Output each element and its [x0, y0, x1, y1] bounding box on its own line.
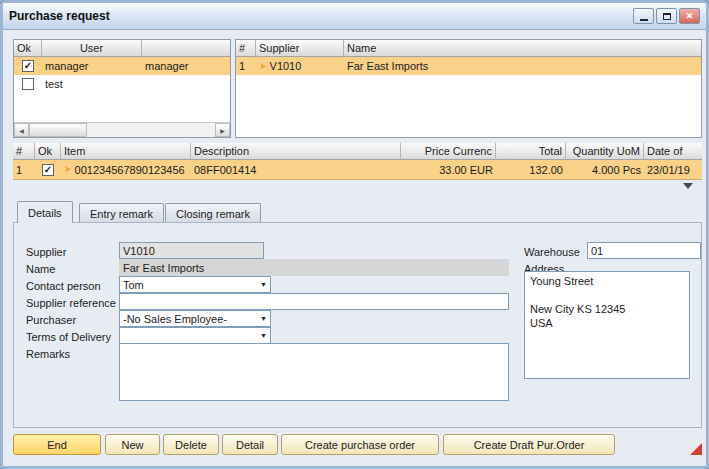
tab-closing-remark[interactable]: Closing remark — [165, 203, 261, 223]
item-description: 08FF001414 — [191, 160, 401, 179]
purchaser-label: Purchaser — [26, 312, 76, 328]
users-panel: Ok User manager manager test ◀ ▶ — [13, 39, 231, 138]
scroll-right-icon[interactable]: ▶ — [215, 123, 230, 137]
minimize-button[interactable] — [633, 8, 654, 24]
terms-of-delivery-select[interactable]: ▼ — [119, 327, 271, 344]
users-col-blank — [142, 40, 230, 57]
end-button[interactable]: End — [13, 434, 101, 455]
user-value — [142, 75, 230, 93]
suppliers-col-num[interactable]: # — [236, 40, 256, 57]
contact-person-label: Contact person — [26, 278, 101, 294]
create-purchase-order-button[interactable]: Create purchase order — [281, 434, 439, 455]
supplier-row-num: 1 — [236, 57, 256, 75]
link-arrow-icon[interactable]: ➤ — [259, 62, 267, 71]
items-col-quantity[interactable]: Quantity UoM — [566, 143, 644, 160]
supplier-row[interactable]: 1 ➤ V1010 Far East Imports — [236, 57, 701, 75]
resize-corner-icon[interactable] — [690, 443, 702, 455]
window-title: Purchase request — [9, 9, 110, 23]
item-row[interactable]: 1 ➤ 001234567890123456 08FF001414 33.00 … — [13, 160, 702, 180]
item-ok-checkbox[interactable] — [42, 164, 54, 176]
warehouse-input[interactable] — [587, 242, 701, 259]
suppliers-table-header: # Supplier Name — [236, 40, 701, 57]
supplier-code: V1010 — [270, 60, 302, 72]
purchase-request-window: Purchase request ✕ Ok User manager manag… — [0, 0, 709, 469]
supplier-label: Supplier — [26, 244, 66, 260]
item-total: 132.00 — [496, 160, 566, 179]
items-col-num[interactable]: # — [13, 143, 35, 160]
close-icon: ✕ — [686, 12, 694, 21]
detail-button[interactable]: Detail — [222, 434, 278, 455]
suppliers-col-name[interactable]: Name — [344, 40, 701, 57]
purchaser-select[interactable]: -No Sales Employee- ▼ — [119, 310, 271, 327]
user-name: test — [42, 75, 142, 93]
user-row-manager[interactable]: manager manager — [14, 57, 230, 75]
terms-of-delivery-label: Terms of Delivery — [26, 329, 111, 345]
warehouse-label: Warehouse — [524, 244, 580, 260]
users-col-ok[interactable]: Ok — [14, 40, 42, 57]
items-col-total[interactable]: Total — [496, 143, 566, 160]
scrollbar-track — [87, 123, 215, 137]
remarks-label: Remarks — [26, 346, 70, 362]
item-price: 33.00 EUR — [401, 160, 496, 179]
chevron-down-icon[interactable]: ▼ — [260, 332, 267, 339]
items-col-date[interactable]: Date of — [644, 143, 702, 160]
user-ok-checkbox[interactable] — [22, 60, 34, 72]
supplier-field[interactable] — [119, 242, 264, 259]
chevron-down-icon[interactable]: ▼ — [260, 315, 267, 322]
chevron-down-icon[interactable]: ▼ — [260, 281, 267, 288]
items-panel: # Ok Item Description Price Currenc Tota… — [13, 143, 702, 180]
tab-details[interactable]: Details — [17, 201, 73, 223]
items-col-ok[interactable]: Ok — [35, 143, 61, 160]
scroll-left-icon[interactable]: ◀ — [14, 123, 29, 137]
item-date: 23/01/19 — [644, 160, 702, 179]
link-arrow-icon[interactable]: ➤ — [64, 165, 72, 174]
item-row-num: 1 — [13, 160, 35, 179]
items-col-description[interactable]: Description — [191, 143, 401, 160]
remarks-textarea[interactable] — [119, 343, 509, 401]
items-col-item[interactable]: Item — [61, 143, 191, 160]
maximize-icon — [663, 13, 671, 20]
supplier-reference-input[interactable] — [119, 293, 509, 310]
user-row-test[interactable]: test — [14, 75, 230, 93]
users-col-user[interactable]: User — [42, 40, 142, 57]
window-controls: ✕ — [633, 8, 700, 24]
item-quantity: 4.000 Pcs — [566, 160, 644, 179]
name-label: Name — [26, 261, 55, 277]
name-field: Far East Imports — [119, 259, 509, 276]
items-col-price[interactable]: Price Currenc — [401, 143, 496, 160]
suppliers-panel: # Supplier Name 1 ➤ V1010 Far East Impor… — [235, 39, 702, 138]
users-table-header: Ok User — [14, 40, 230, 57]
items-table-header: # Ok Item Description Price Currenc Tota… — [13, 143, 702, 160]
contact-person-select[interactable]: Tom ▼ — [119, 276, 271, 293]
maximize-button[interactable] — [656, 8, 677, 24]
new-button[interactable]: New — [105, 434, 160, 455]
contact-person-value: Tom — [123, 279, 144, 291]
purchaser-value: -No Sales Employee- — [123, 313, 227, 325]
supplier-name: Far East Imports — [344, 57, 701, 75]
supplier-reference-label: Supplier reference nu — [26, 295, 131, 311]
scrollbar-thumb[interactable] — [29, 123, 87, 137]
user-name: manager — [42, 57, 142, 75]
create-draft-po-button[interactable]: Create Draft Pur.Order — [443, 434, 615, 455]
close-button[interactable]: ✕ — [679, 8, 700, 24]
delete-button[interactable]: Delete — [163, 434, 219, 455]
details-tab-panel: Supplier Name Far East Imports Contact p… — [13, 222, 702, 428]
suppliers-col-supplier[interactable]: Supplier — [256, 40, 344, 57]
title-bar[interactable]: Purchase request ✕ — [3, 3, 706, 30]
scroll-down-icon[interactable] — [683, 183, 693, 189]
minimize-icon — [640, 19, 648, 21]
address-box[interactable]: Young Street New City KS 12345 USA — [524, 271, 690, 379]
user-ok-checkbox[interactable] — [22, 78, 34, 90]
users-horizontal-scrollbar[interactable]: ◀ ▶ — [14, 122, 230, 137]
item-code: 001234567890123456 — [75, 164, 185, 176]
tab-entry-remark[interactable]: Entry remark — [79, 203, 164, 223]
user-value: manager — [142, 57, 230, 75]
